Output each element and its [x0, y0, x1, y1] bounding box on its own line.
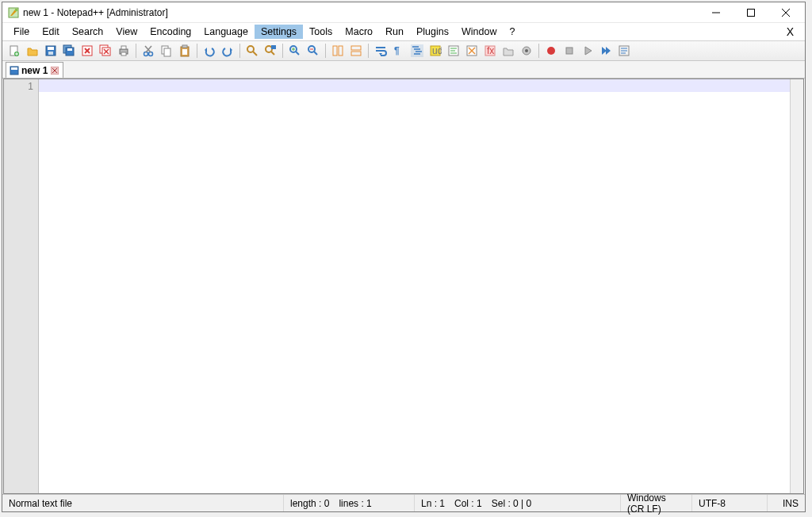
print-button[interactable] — [115, 42, 132, 59]
svg-rect-3 — [748, 9, 755, 16]
svg-line-38 — [271, 52, 274, 55]
svg-line-41 — [296, 52, 299, 55]
undo-button[interactable] — [201, 42, 218, 59]
app-window: new 1 - Notepad++ [Administrator] File E… — [2, 2, 806, 512]
redo-button[interactable] — [219, 42, 236, 59]
svg-rect-15 — [67, 48, 72, 51]
status-bar: Normal text file length : 0 lines : 1 Ln… — [2, 494, 805, 511]
menu-language[interactable]: Language — [197, 25, 255, 39]
svg-rect-70 — [566, 48, 573, 54]
doc-list-button[interactable] — [463, 42, 481, 59]
svg-rect-50 — [351, 52, 361, 56]
status-length-lines: length : 0 lines : 1 — [284, 495, 415, 511]
svg-rect-1 — [15, 9, 17, 11]
status-filetype: Normal text file — [2, 495, 284, 511]
svg-line-45 — [314, 52, 317, 55]
save-macro-button[interactable] — [615, 42, 633, 59]
svg-point-68 — [525, 49, 528, 52]
close-file-button[interactable] — [79, 42, 96, 59]
title-bar: new 1 - Notepad++ [Administrator] — [2, 2, 805, 23]
record-macro-button[interactable] — [542, 42, 560, 59]
svg-rect-11 — [48, 47, 54, 50]
svg-text:fx: fx — [487, 45, 494, 56]
current-line-highlight — [39, 79, 803, 92]
line-number-gutter: 1 — [4, 79, 39, 493]
play-macro-button[interactable] — [579, 42, 596, 59]
status-eol[interactable]: Windows (CR LF) — [621, 495, 692, 511]
document-tab[interactable]: new 1 — [6, 62, 63, 78]
svg-point-35 — [247, 46, 254, 52]
function-list-button[interactable]: fx — [481, 42, 499, 59]
menu-search[interactable]: Search — [66, 25, 110, 39]
toolbar-separator — [368, 44, 369, 58]
svg-point-69 — [547, 47, 555, 55]
menu-window[interactable]: Window — [455, 25, 503, 39]
find-button[interactable] — [243, 42, 261, 59]
toolbar-separator — [282, 44, 283, 58]
zoom-out-button[interactable] — [304, 42, 322, 59]
file-icon — [10, 66, 19, 75]
line-number: 1 — [4, 81, 33, 92]
wordwrap-button[interactable] — [372, 42, 389, 59]
all-chars-button[interactable]: ¶ — [390, 42, 408, 59]
menu-encoding[interactable]: Encoding — [144, 25, 197, 39]
menu-help[interactable]: ? — [503, 25, 521, 39]
editor-body[interactable] — [39, 79, 803, 493]
menu-plugins[interactable]: Plugins — [410, 25, 455, 39]
tab-bar: new 1 — [2, 61, 805, 79]
svg-rect-48 — [339, 46, 343, 56]
copy-button[interactable] — [158, 42, 175, 59]
open-file-button[interactable] — [24, 42, 41, 59]
mdi-close-button[interactable]: X — [780, 25, 800, 38]
svg-line-36 — [253, 52, 257, 56]
svg-rect-31 — [164, 48, 170, 56]
doc-map-button[interactable] — [445, 42, 462, 59]
zoom-in-button[interactable] — [286, 42, 304, 59]
menu-run[interactable]: Run — [379, 25, 410, 39]
menu-edit[interactable]: Edit — [36, 25, 66, 39]
folder-workspace-button[interactable] — [500, 42, 517, 59]
menu-macro[interactable]: Macro — [339, 25, 379, 39]
svg-rect-39 — [271, 45, 276, 49]
svg-point-27 — [149, 52, 153, 56]
status-insert-mode[interactable]: INS — [768, 495, 805, 511]
tab-label: new 1 — [21, 65, 48, 76]
app-icon — [7, 6, 20, 19]
vertical-scrollbar[interactable] — [790, 79, 803, 493]
new-file-button[interactable] — [6, 42, 23, 59]
menu-bar: File Edit Search View Encoding Language … — [2, 23, 805, 40]
paste-button[interactable] — [176, 42, 193, 59]
maximize-button[interactable] — [733, 2, 768, 23]
toolbar-separator — [197, 44, 197, 58]
svg-text:¶: ¶ — [394, 45, 400, 56]
monitoring-button[interactable] — [518, 42, 535, 59]
toolbar-separator — [136, 44, 136, 58]
cut-button[interactable] — [140, 42, 157, 59]
svg-point-37 — [266, 46, 272, 52]
menu-settings[interactable]: Settings — [255, 25, 303, 39]
close-button[interactable] — [768, 2, 803, 23]
save-button[interactable] — [42, 42, 59, 59]
play-multi-button[interactable] — [597, 42, 615, 59]
editor: 1 — [3, 79, 804, 494]
replace-button[interactable] — [262, 42, 279, 59]
sync-vscroll-button[interactable] — [329, 42, 347, 59]
tab-close-icon[interactable] — [50, 66, 59, 75]
stop-macro-button[interactable] — [561, 42, 578, 59]
svg-rect-24 — [121, 46, 126, 49]
close-all-button[interactable] — [97, 42, 114, 59]
sync-hscroll-button[interactable] — [347, 42, 365, 59]
menu-tools[interactable]: Tools — [303, 25, 339, 39]
svg-rect-34 — [182, 49, 187, 55]
save-all-button[interactable] — [60, 42, 78, 59]
minimize-button[interactable] — [699, 2, 733, 23]
menu-view[interactable]: View — [109, 25, 144, 39]
udl-button[interactable]: ud — [427, 42, 444, 59]
menu-file[interactable]: File — [7, 25, 36, 39]
svg-rect-76 — [11, 67, 17, 70]
window-title: new 1 - Notepad++ [Administrator] — [23, 7, 699, 18]
status-encoding[interactable]: UTF-8 — [692, 495, 768, 511]
indent-guide-button[interactable] — [408, 42, 426, 59]
svg-point-26 — [144, 52, 148, 56]
svg-rect-25 — [121, 52, 126, 56]
